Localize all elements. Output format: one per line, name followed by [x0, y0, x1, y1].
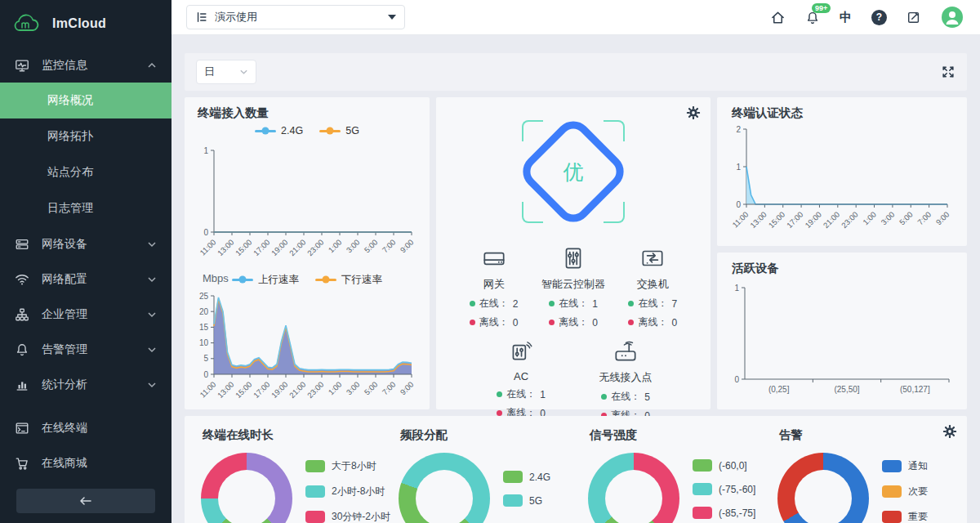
main-content: 日 终端接入数量 2.4G 5G: [172, 35, 980, 523]
chevron-down-icon: [147, 311, 157, 318]
legend-swatch: [305, 460, 325, 472]
home-icon[interactable]: [770, 10, 786, 25]
legend-item[interactable]: 30分钟-2小时: [305, 510, 390, 523]
offline-dot: [470, 320, 475, 325]
legend-item[interactable]: 5G: [503, 494, 550, 507]
network-health-badge: 优: [512, 110, 635, 233]
legend-label: 上行速率: [258, 273, 299, 287]
legend-swatch: [305, 485, 325, 498]
org-list-icon: [195, 11, 208, 24]
panel-title: 终端接入数量: [189, 105, 425, 121]
donut-online-duration: 终端在线时长 大于8小时 2小时-8小时 30分钟-2小时: [193, 426, 390, 523]
legend-label: (-60,0]: [719, 460, 747, 472]
device-online-status: 在线： 2: [470, 297, 519, 311]
settings-gear-icon[interactable]: [686, 105, 701, 120]
legend-item[interactable]: 上行速率: [232, 273, 299, 287]
legend-item[interactable]: (-85,-75]: [693, 507, 755, 519]
sidebar-item-network-topology[interactable]: 网络拓扑: [0, 118, 172, 154]
org-selector-dropdown[interactable]: 演示使用: [186, 5, 405, 29]
svg-text:3:00: 3:00: [345, 380, 362, 397]
svg-text:17:00: 17:00: [252, 238, 272, 258]
band-allocation-donut-chart: [399, 453, 490, 523]
svg-text:20: 20: [199, 307, 209, 316]
legend-item[interactable]: 大于8小时: [305, 459, 390, 473]
svg-text:1: 1: [734, 284, 739, 293]
legend-label: 2.4G: [529, 472, 550, 483]
donut-title: 频段分配: [400, 427, 580, 443]
sidebar-item-network-devices[interactable]: 网络设备: [0, 226, 172, 262]
svg-text:15: 15: [199, 323, 209, 332]
avatar[interactable]: [941, 6, 964, 29]
terminal-icon: [15, 421, 29, 436]
sidebar-item-alarm-management[interactable]: 告警管理: [0, 332, 172, 367]
sidebar-item-monitoring-info[interactable]: 监控信息: [0, 47, 172, 83]
online-count: 7: [671, 298, 677, 310]
svg-text:5:00: 5:00: [898, 210, 915, 227]
legend-label: 次要: [908, 485, 928, 498]
corner-bracket-icon: [604, 120, 625, 141]
svg-text:1:00: 1:00: [327, 380, 344, 397]
legend-label: (-75,-60]: [719, 484, 755, 495]
sidebar-item-site-distribution[interactable]: 站点分布: [0, 154, 172, 190]
svg-text:21:00: 21:00: [287, 380, 308, 400]
legend-swatch: [305, 511, 325, 523]
offline-count: 0: [671, 317, 677, 329]
svg-text:15:00: 15:00: [234, 380, 254, 400]
corner-bracket-icon: [522, 120, 543, 141]
legend-item[interactable]: 2小时-8小时: [305, 485, 390, 498]
svg-text:(0,25]: (0,25]: [768, 385, 790, 394]
legend-item[interactable]: 重要: [882, 510, 928, 523]
sidebar-collapse-button[interactable]: [16, 489, 155, 513]
online-duration-donut-chart: [201, 453, 292, 523]
device-online-status: 在线： 1: [497, 387, 546, 401]
sidebar-item-log-management[interactable]: 日志管理: [0, 190, 172, 226]
controller-icon: [559, 244, 587, 272]
svg-text:23:00: 23:00: [840, 210, 860, 230]
svg-text:21:00: 21:00: [822, 210, 842, 230]
online-dot: [470, 301, 475, 306]
notification-bell-icon[interactable]: 99+: [805, 10, 820, 25]
fullscreen-expand-icon[interactable]: [941, 65, 956, 79]
donut-legend: 大于8小时 2小时-8小时 30分钟-2小时: [305, 459, 390, 523]
legend-item[interactable]: 2.4G: [503, 471, 550, 483]
svg-text:1: 1: [736, 163, 741, 172]
legend-label: 2小时-8小时: [332, 485, 385, 498]
sidebar-item-online-terminals[interactable]: 在线终端: [0, 410, 172, 445]
sidebar-item-network-overview[interactable]: 网络概况: [0, 83, 172, 118]
svg-text:13:00: 13:00: [748, 210, 768, 230]
svg-text:3:00: 3:00: [345, 238, 362, 255]
svg-text:17:00: 17:00: [252, 380, 272, 400]
period-select[interactable]: 日: [196, 60, 256, 84]
legend-item[interactable]: 通知: [882, 459, 928, 473]
panel-title: 终端认证状态: [724, 105, 960, 121]
online-count: 2: [513, 298, 519, 310]
sidebar-item-enterprise-management[interactable]: 企业管理: [0, 297, 172, 332]
legend-item[interactable]: (-75,-60]: [693, 483, 755, 495]
legend-item[interactable]: 下行速率: [315, 273, 382, 287]
svg-text:19:00: 19:00: [803, 210, 823, 230]
legend-label: 下行速率: [341, 273, 382, 287]
legend-item[interactable]: 次要: [882, 485, 928, 498]
top-header: 演示使用 99+ 中 ?: [172, 0, 980, 35]
feedback-edit-icon[interactable]: [906, 10, 921, 25]
device-row: 网关 在线： 2 离线： 0: [436, 233, 710, 329]
svg-text:23:00: 23:00: [305, 380, 326, 400]
legend-item[interactable]: 2.4G: [255, 125, 303, 136]
help-icon[interactable]: ?: [871, 10, 887, 25]
svg-text:7:00: 7:00: [915, 210, 933, 227]
sidebar-item-statistics-analysis[interactable]: 统计分析: [0, 367, 172, 402]
svg-text:0: 0: [734, 375, 739, 384]
sidebar-item-network-config[interactable]: 网络配置: [0, 262, 172, 297]
svg-text:15:00: 15:00: [234, 238, 254, 258]
legend-item[interactable]: (-60,0]: [693, 459, 755, 472]
legend-label: 5G: [345, 125, 359, 136]
notification-count-badge: 99+: [812, 3, 831, 13]
language-toggle[interactable]: 中: [840, 10, 852, 25]
svg-text:3:00: 3:00: [879, 210, 896, 227]
legend-mark: [232, 279, 253, 281]
legend-label: (-85,-75]: [719, 507, 755, 519]
sidebar-item-online-store[interactable]: 在线商城: [0, 445, 172, 481]
device-name: 交换机: [637, 277, 669, 292]
legend-swatch: [693, 483, 712, 495]
legend-item[interactable]: 5G: [319, 125, 359, 136]
